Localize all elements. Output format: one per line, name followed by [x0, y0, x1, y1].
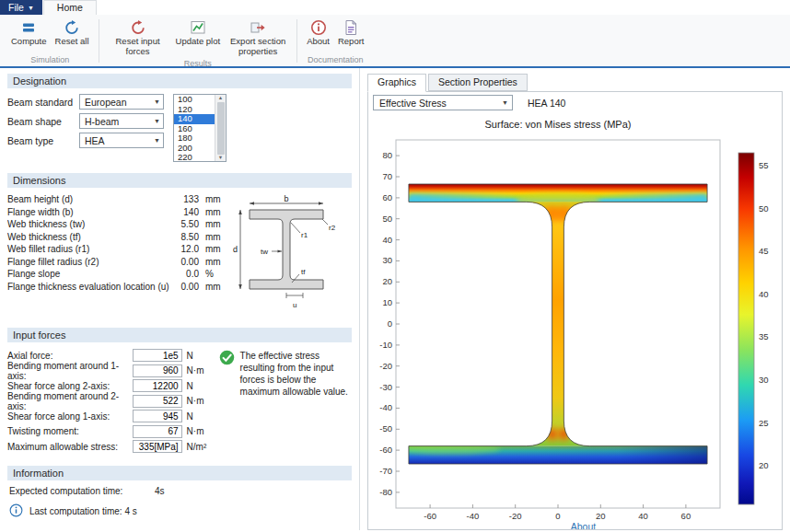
dimension-label: Web thickness (tw) — [7, 219, 174, 229]
svg-text:60: 60 — [382, 192, 392, 202]
file-menu-label: File — [8, 2, 24, 13]
diagram-label-tf: tf — [301, 268, 306, 276]
ribbon-button-label: Update plot — [176, 37, 221, 47]
svg-text:55: 55 — [759, 160, 769, 170]
dimension-row: Web thickness (tf)8.50mm — [7, 231, 226, 244]
colorbar: 5550454035302520 — [738, 153, 769, 504]
beam-diagram: b d r1 r2 tw tf — [229, 195, 347, 317]
force-unit: N·m — [182, 426, 212, 436]
force-row: Twisting moment:N·m — [7, 424, 212, 440]
reset-all-button[interactable]: Reset all — [52, 17, 92, 49]
ribbon-button-label: Report — [338, 37, 365, 47]
scroll-down-icon[interactable]: ▼ — [218, 156, 223, 161]
ribbon-tabstrip: File ▼ Home — [0, 0, 790, 15]
dimension-label: Web thickness (tf) — [7, 232, 174, 242]
svg-text:-40: -40 — [467, 511, 480, 521]
designation-fields: Beam standardEuropean▼Beam shapeH-beam▼B… — [7, 94, 164, 162]
size-option-180[interactable]: 180 — [174, 133, 215, 144]
beam-type-dropdown[interactable]: HEA▼ — [79, 133, 164, 148]
force-unit: N — [182, 411, 212, 422]
chevron-down-icon: ▼ — [28, 5, 34, 11]
dimension-label: Flange slope — [7, 269, 174, 279]
report-button[interactable]: Report — [335, 17, 367, 49]
dimension-value: 133 — [174, 194, 205, 204]
svg-text:40: 40 — [638, 511, 648, 521]
shear-force-along-1-axis-label: Shear force along 1-axis: — [7, 411, 133, 422]
ribbon: ComputeReset allSimulationReset input fo… — [0, 15, 790, 68]
diagram-label-b: b — [284, 195, 288, 203]
tab-section-properties[interactable]: Section Properties — [428, 74, 528, 91]
compute-button[interactable]: Compute — [8, 17, 50, 49]
svg-text:20: 20 — [382, 276, 392, 286]
dimension-label: Flange thickness evaluation location (u) — [7, 282, 174, 292]
ribbon-group-label: Documentation — [299, 55, 371, 66]
beam-standard-value: European — [85, 97, 127, 108]
beam-shape-label: Beam shape — [7, 116, 79, 127]
scroll-thumb[interactable] — [217, 102, 225, 155]
shear-force-along-1-axis-input[interactable] — [133, 410, 182, 422]
dimension-unit: mm — [205, 194, 226, 204]
plot-holder: Surface: von Mises stress (MPa)807060504… — [368, 112, 782, 529]
dimension-label: Web fillet radius (r1) — [7, 244, 174, 254]
ribbon-button-label: Export section properties — [228, 37, 287, 57]
beam-standard-dropdown[interactable]: European▼ — [79, 94, 164, 110]
svg-text:70: 70 — [382, 171, 392, 181]
dimension-value: 12.0 — [174, 244, 205, 254]
size-option-100[interactable]: 100 — [174, 95, 215, 105]
svg-text:40: 40 — [382, 235, 392, 245]
about-link[interactable]: About — [571, 521, 596, 530]
chevron-down-icon: ▼ — [154, 98, 160, 105]
maximum-allowable-stress-input[interactable] — [133, 440, 182, 453]
size-option-140[interactable]: 140 — [174, 114, 215, 124]
dimension-label: Beam height (d) — [7, 194, 174, 204]
tab-home[interactable]: Home — [43, 0, 97, 15]
svg-text:25: 25 — [759, 418, 769, 428]
expected-time-value: 4s — [155, 486, 165, 496]
beam-size-list[interactable]: 100120140160180200220 ▲ ▼ — [173, 94, 227, 162]
svg-text:-20: -20 — [509, 511, 522, 521]
scroll-up-icon[interactable]: ▲ — [218, 96, 223, 101]
about-button[interactable]: About — [304, 17, 332, 49]
last-computation-time: Last computation time: 4 s — [29, 506, 137, 516]
field-row-beam-type: Beam typeHEA▼ — [7, 133, 164, 148]
section-header-dimensions: Dimensions — [7, 173, 352, 188]
force-unit: N — [182, 381, 212, 391]
diagram-label-tw: tw — [261, 248, 268, 256]
field-row-beam-shape: Beam shapeH-beam▼ — [7, 113, 164, 129]
svg-text:30: 30 — [382, 255, 392, 265]
svg-text:-10: -10 — [379, 340, 392, 350]
svg-text:30: 30 — [759, 375, 769, 385]
shear-force-along-2-axis-input[interactable] — [133, 379, 182, 392]
ribbon-button-label: Reset input forces — [109, 37, 168, 57]
reset-input-forces-button[interactable]: Reset input forces — [106, 17, 170, 59]
stress-plot[interactable]: Surface: von Mises stress (MPa)807060504… — [368, 112, 782, 526]
bending-moment-around-2-axis-input[interactable] — [133, 395, 182, 408]
dimension-unit: mm — [205, 219, 226, 229]
file-menu-button[interactable]: File ▼ — [0, 0, 42, 15]
size-option-220[interactable]: 220 — [174, 153, 215, 162]
dimension-row: Flange width (b)140mm — [7, 206, 226, 219]
dimension-unit: mm — [205, 244, 226, 254]
force-unit: N/m² — [182, 442, 212, 452]
field-row-beam-standard: Beam standardEuropean▼ — [7, 94, 164, 110]
bending-moment-around-1-axis-label: Bending moment around 1-axis: — [7, 361, 133, 381]
dimension-row: Flange thickness evaluation location (u)… — [7, 281, 226, 294]
export-section-properties-button[interactable]: Export section properties — [226, 17, 290, 59]
update-plot-button[interactable]: Update plot — [173, 17, 224, 49]
svg-text:50: 50 — [759, 203, 769, 214]
main-area: Designation Beam standardEuropean▼Beam s… — [0, 68, 790, 530]
size-list-scrollbar[interactable]: ▲ ▼ — [215, 95, 226, 161]
graphics-content: Effective Stress ▼ HEA 140 Surface: von … — [367, 91, 783, 530]
beam-shape-dropdown[interactable]: H-beam▼ — [79, 113, 164, 129]
twisting-moment-input[interactable] — [133, 425, 182, 438]
reset-all-icon — [64, 19, 80, 36]
tab-graphics[interactable]: Graphics — [367, 74, 426, 92]
plot-type-dropdown[interactable]: Effective Stress ▼ — [373, 95, 513, 110]
bending-moment-around-2-axis-label: Bending moment around 2-axis: — [7, 391, 133, 411]
bending-moment-around-1-axis-input[interactable] — [133, 364, 182, 377]
dimension-row: Web fillet radius (r1)12.0mm — [7, 243, 226, 256]
ribbon-button-label: About — [307, 37, 330, 47]
stress-status: The effective stress resulting from the … — [219, 348, 352, 455]
axial-force-input[interactable] — [133, 349, 182, 362]
dimension-value: 140 — [174, 207, 205, 217]
